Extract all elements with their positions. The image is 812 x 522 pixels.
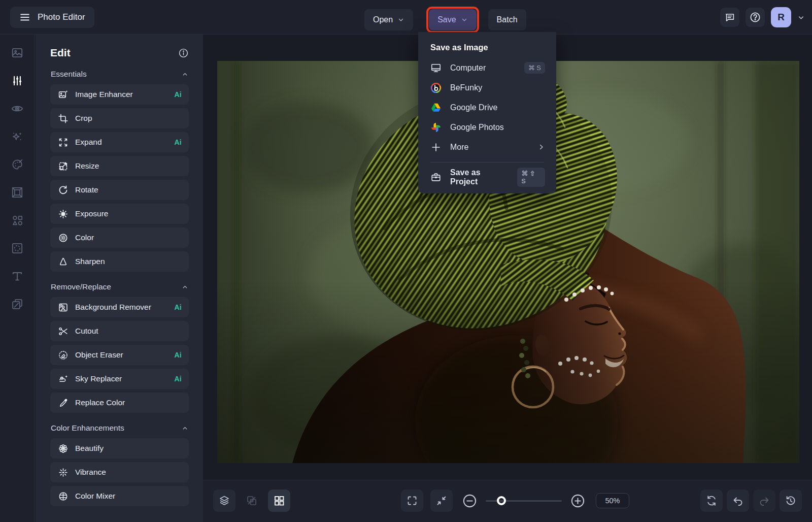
- flower-icon: [58, 443, 69, 454]
- account-avatar[interactable]: R: [771, 7, 791, 27]
- edit-tool-replace-color[interactable]: Replace Color: [50, 393, 189, 413]
- batch-button[interactable]: Batch: [488, 9, 526, 30]
- edit-tool-object-eraser[interactable]: Object Eraser Ai: [50, 345, 189, 365]
- edit-tool-beautify[interactable]: Beautify: [50, 438, 189, 459]
- rail-touch-up[interactable]: [10, 102, 24, 116]
- befunky-icon: [430, 82, 442, 93]
- compare-button[interactable]: [241, 490, 263, 512]
- edit-tool-crop[interactable]: Crop: [50, 108, 189, 128]
- rail-text[interactable]: [10, 269, 24, 283]
- topbar-actions: Open Save Batch: [364, 7, 526, 33]
- edit-tool-expand[interactable]: Expand Ai: [50, 132, 189, 152]
- hamburger-icon: [19, 12, 30, 23]
- edit-tool-vibrance[interactable]: Vibrance: [50, 462, 189, 482]
- feedback-button[interactable]: [720, 8, 739, 27]
- save-button[interactable]: Save: [429, 9, 476, 30]
- save-to-google-drive[interactable]: Google Drive: [418, 97, 556, 117]
- google-drive-icon: [430, 102, 442, 113]
- google-photos-icon: [430, 122, 442, 133]
- zoom-percentage[interactable]: 50%: [596, 493, 629, 508]
- chevron-right-icon: [537, 143, 545, 151]
- resize-icon: [58, 161, 69, 172]
- topbar-right: R: [720, 7, 805, 27]
- color-mixer-icon: [58, 491, 69, 502]
- open-button[interactable]: Open: [364, 9, 413, 30]
- edit-tool-background-remover[interactable]: Background Remover Ai: [50, 297, 189, 317]
- zoom-slider-knob[interactable]: [497, 496, 506, 505]
- edit-tool-sky-replacer[interactable]: Sky Replacer Ai: [50, 369, 189, 389]
- fullscreen-button[interactable]: [401, 490, 423, 512]
- scissors-icon: [58, 326, 69, 337]
- grid-icon: [273, 495, 285, 507]
- computer-icon: [430, 62, 442, 74]
- info-icon[interactable]: [178, 48, 189, 58]
- edit-tool-exposure[interactable]: Exposure: [50, 204, 189, 224]
- reset-button[interactable]: [700, 490, 723, 512]
- main-menu-button[interactable]: Photo Editor: [10, 7, 94, 28]
- layers-button[interactable]: [213, 490, 235, 512]
- edit-tool-resize[interactable]: Resize: [50, 156, 189, 176]
- plus-icon: [430, 142, 442, 153]
- section-color-enhancements[interactable]: Color Enhancements: [51, 423, 188, 433]
- save-to-google-photos[interactable]: Google Photos: [418, 117, 556, 137]
- exposure-sun-icon: [58, 209, 69, 219]
- help-button[interactable]: [746, 8, 765, 27]
- edit-tool-sharpen[interactable]: Sharpen: [50, 251, 189, 272]
- edit-tool-image-enhancer[interactable]: Image Enhancer Ai: [50, 84, 189, 105]
- save-to-befunky[interactable]: BeFunky: [418, 78, 556, 97]
- panel-title: Edit: [50, 47, 71, 59]
- ai-badge: Ai: [174, 303, 182, 311]
- grid-view-button[interactable]: [268, 490, 290, 512]
- image-enhancer-icon: [58, 89, 69, 100]
- rail-textures[interactable]: [10, 241, 24, 255]
- zoom-slider[interactable]: [486, 496, 562, 506]
- account-chevron-down-icon[interactable]: [797, 14, 805, 21]
- chat-bubble-icon: [724, 12, 735, 23]
- section-essentials[interactable]: Essentials: [51, 70, 188, 79]
- rail-overlays[interactable]: [10, 297, 24, 311]
- layers-icon: [218, 495, 230, 507]
- history-clock-icon: [785, 495, 797, 507]
- save-more-options[interactable]: More: [418, 137, 556, 157]
- sky-replacer-icon: [58, 374, 69, 384]
- save-dropdown-menu: Save as Image Computer ⌘ S BeFunky Googl…: [418, 32, 556, 193]
- rail-edit[interactable]: [10, 74, 24, 88]
- undo-icon: [732, 495, 744, 507]
- refresh-icon: [705, 495, 718, 507]
- rail-graphics[interactable]: [10, 213, 24, 227]
- chevron-up-icon: [182, 425, 188, 432]
- redo-button[interactable]: [753, 490, 775, 512]
- zoom-in-button[interactable]: [570, 493, 586, 509]
- color-wheel-icon: [58, 233, 69, 243]
- save-to-computer[interactable]: Computer ⌘ S: [418, 58, 556, 78]
- edit-tool-cutout[interactable]: Cutout: [50, 321, 189, 341]
- chevron-down-icon: [461, 16, 468, 23]
- top-bar: Photo Editor Open Save Batch: [0, 0, 812, 35]
- history-button[interactable]: [780, 490, 802, 512]
- ai-badge: Ai: [174, 351, 182, 359]
- rail-frames[interactable]: [10, 185, 24, 200]
- chevron-down-icon: [397, 16, 404, 23]
- chevron-up-icon: [182, 71, 188, 78]
- before-after-icon: [246, 495, 258, 507]
- edit-tool-rotate[interactable]: Rotate: [50, 180, 189, 200]
- bottom-toolbar: 50%: [203, 480, 812, 522]
- ai-badge: Ai: [174, 90, 182, 99]
- save-as-project[interactable]: Save as Project ⌘ ⇧ S: [418, 167, 556, 187]
- ai-badge: Ai: [174, 375, 182, 383]
- rail-photo-manager[interactable]: [10, 46, 24, 60]
- shortcut-badge: ⌘ ⇧ S: [517, 168, 545, 187]
- background-remover-icon: [58, 302, 69, 313]
- edit-tool-color-mixer[interactable]: Color Mixer: [50, 486, 189, 506]
- vibrance-burst-icon: [58, 467, 69, 478]
- crop-icon: [58, 113, 69, 124]
- chevron-up-icon: [182, 284, 188, 290]
- zoom-out-button[interactable]: [462, 493, 478, 509]
- fit-to-screen-button[interactable]: [430, 490, 453, 512]
- undo-button[interactable]: [727, 490, 749, 512]
- edit-tool-color[interactable]: Color: [50, 227, 189, 248]
- rail-effects[interactable]: [10, 129, 24, 144]
- rail-artsy[interactable]: [10, 157, 24, 172]
- section-remove-replace[interactable]: Remove/Replace: [51, 282, 188, 291]
- annotation-highlight-box: Save: [426, 7, 479, 33]
